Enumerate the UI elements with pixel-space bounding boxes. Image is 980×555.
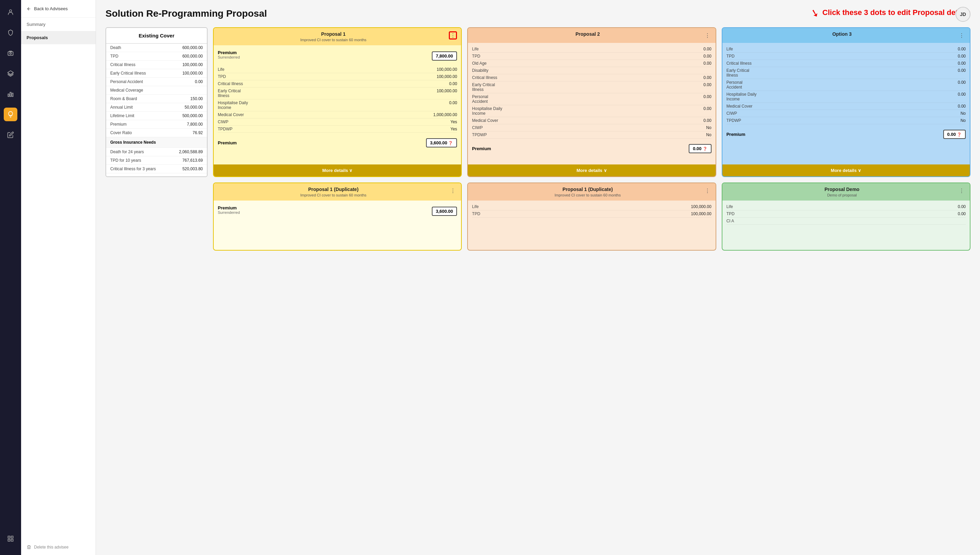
demo-tpd: TPD0.00	[726, 210, 966, 218]
dup2-subtitle: Improved CI cover to sustain 60 months	[472, 193, 703, 197]
svg-rect-7	[8, 536, 10, 538]
ec-row-tpd: TPD600,000.00	[106, 52, 207, 61]
demo-subtitle: Demo of proposal	[726, 193, 958, 197]
demo-menu-button[interactable]: ⋮	[958, 187, 966, 195]
option-3-bottom-premium: Premium 0.00	[726, 128, 966, 141]
delete-advisee-button[interactable]: Delete this advisee	[21, 539, 96, 555]
ec-row-cover-ratio: Cover Ratio76.92	[106, 129, 207, 137]
header-row: Solution Re-Programming Proposal ➘ Click…	[106, 8, 970, 19]
proposal-1-dup1-card: Proposal 1 (Duplicate) Improved CI cover…	[213, 183, 462, 250]
proposal-demo-card: Proposal Demo Demo of proposal ⋮ Life0.0…	[722, 183, 970, 250]
p1-tpd: TPD100,000.00	[218, 73, 457, 80]
proposal-1-more-details[interactable]: More details ∨	[214, 164, 461, 176]
option-3-more-details[interactable]: More details ∨	[723, 164, 970, 176]
ec-gross-death: Death for 24 years2,060,588.89	[106, 148, 207, 156]
ec-row-premium: Premium7,800.00	[106, 120, 207, 129]
sidebar-icon-edit[interactable]	[4, 128, 18, 142]
p2-hdi: Hospitalise DailyIncome0.00	[472, 105, 711, 117]
nav-proposals[interactable]: Proposals	[21, 31, 96, 44]
dup2-title: Proposal 1 (Duplicate)	[472, 187, 703, 192]
proposal-2-more-details[interactable]: More details ∨	[468, 164, 715, 176]
p1-life: Life100,000.00	[218, 66, 457, 73]
proposal-1-menu-button[interactable]: ⋮	[449, 31, 457, 40]
sidebar-icon-bulb[interactable]	[4, 107, 18, 121]
existing-cover-header: Existing Cover	[106, 28, 207, 43]
o3-life: Life0.00	[726, 46, 966, 53]
back-label: Back to Advisees	[34, 6, 68, 11]
proposal-2-bottom-premium: Premium 0.00	[472, 142, 711, 155]
proposal-2-menu-button[interactable]: ⋮	[703, 31, 711, 40]
sidebar-icon-layers[interactable]	[4, 67, 18, 80]
svg-rect-8	[11, 536, 13, 538]
option-3-menu-button[interactable]: ⋮	[958, 31, 966, 40]
nav-summary[interactable]: Summary	[21, 18, 96, 31]
ec-row-eci: Early Critical Illness100,000.00	[106, 69, 207, 78]
proposals-label: Proposals	[27, 35, 48, 40]
cards-grid-bottom: Proposal 1 (Duplicate) Improved CI cover…	[106, 183, 970, 250]
svg-rect-5	[10, 92, 11, 97]
proposal-1-body: Premium Surrenderred 7,800.00 Life100,00…	[214, 45, 461, 164]
dup2-life: Life100,000.00	[472, 203, 711, 210]
proposal-1-premium-value: 3,600.00	[426, 138, 457, 148]
back-button[interactable]: Back to Advisees	[21, 0, 96, 18]
proposal-2-body: Life0.00 TPD0.00 Old Age0.00 Disability …	[468, 43, 715, 164]
ec-row-rb: Room & Board150.00	[106, 95, 207, 103]
dup2-tpd: TPD100,000.00	[472, 210, 711, 218]
demo-cia: CI A	[726, 218, 966, 225]
p1-ci: Critical Illness0.00	[218, 80, 457, 88]
sidebar-icon-chart[interactable]	[4, 87, 18, 101]
o3-mc: Medical Cover0.00	[726, 103, 966, 110]
avatar[interactable]: JD	[956, 7, 970, 22]
p1-hdi: Hospitalise DailyIncome0.00	[218, 99, 457, 111]
p2-mc: Medical Cover0.00	[472, 117, 711, 124]
p2-tpd: TPD0.00	[472, 53, 711, 60]
nav-panel: Back to Advisees Summary Proposals Delet…	[21, 0, 96, 555]
svg-rect-9	[8, 539, 10, 541]
option-3-card: Option 3 ⋮ Life0.00 TPD0.00 Critical Ill…	[722, 27, 970, 177]
sidebar-icon-camera[interactable]	[4, 46, 18, 60]
proposal-2-header: Proposal 2 ⋮	[468, 28, 715, 43]
p2-pa: PersonalAccident0.00	[472, 93, 711, 105]
dup1-menu-button[interactable]: ⋮	[449, 187, 457, 195]
dup1-premium-row: Premium Surrenderred 3,600.00	[218, 203, 457, 219]
p2-life: Life0.00	[472, 46, 711, 53]
p1-eci: Early CriticalIllness100,000.00	[218, 88, 457, 99]
ec-row-mc-label: Medical Coverage	[106, 86, 207, 95]
proposal-1-title: Proposal 1	[218, 31, 449, 37]
ec-gross-ci: Critical Illness for 3 years520,003.80	[106, 165, 207, 173]
dup1-premium-value: 3,600.00	[432, 207, 457, 216]
p1-tpdwp: TPDWPYes	[218, 126, 457, 133]
delete-label: Delete this advisee	[34, 545, 69, 550]
proposal-2-card: Proposal 2 ⋮ Life0.00 TPD0.00 Old Age0.0…	[467, 27, 716, 177]
svg-point-0	[10, 10, 12, 12]
sidebar-icon-shield[interactable]	[4, 26, 18, 40]
ec-gross-header: Gross Insurance Needs	[106, 137, 207, 148]
o3-ciwp: CIWPNo	[726, 110, 966, 117]
demo-title: Proposal Demo	[726, 187, 958, 192]
option-3-header: Option 3 ⋮	[723, 28, 970, 43]
svg-rect-1	[8, 52, 13, 56]
main-content: JD Solution Re-Programming Proposal ➘ Cl…	[96, 0, 980, 555]
dup1-body: Premium Surrenderred 3,600.00	[214, 201, 461, 250]
o3-eci: Early CriticalIllness0.00	[726, 67, 966, 79]
proposal-2-premium-value: 0.00	[689, 144, 711, 153]
ec-gross-tpd: TPD for 10 years767,613.69	[106, 156, 207, 165]
dup1-subtitle: Improved CI cover to sustain 60 months	[218, 193, 449, 197]
p2-oldage: Old Age0.00	[472, 60, 711, 67]
dup2-menu-button[interactable]: ⋮	[703, 187, 711, 195]
svg-point-2	[10, 53, 11, 54]
cards-grid-top: Existing Cover Death600,000.00 TPD600,00…	[106, 27, 970, 177]
proposal-1-premium-surrendered: 7,800.00	[432, 51, 457, 61]
dup2-body: Life100,000.00 TPD100,000.00	[468, 201, 715, 250]
p2-eci: Early CriticalIllness0.00	[472, 81, 711, 93]
sidebar-icon-grid[interactable]	[4, 532, 18, 545]
option-3-title: Option 3	[726, 31, 958, 37]
dup1-header: Proposal 1 (Duplicate) Improved CI cover…	[214, 183, 461, 201]
p1-ciwp: CIWPYes	[218, 119, 457, 126]
proposal-2-title: Proposal 2	[472, 31, 703, 37]
p2-ciwp: CIWPNo	[472, 124, 711, 132]
proposal-1-premium-row: Premium Surrenderred 7,800.00	[218, 48, 457, 64]
existing-cover-card: Existing Cover Death600,000.00 TPD600,00…	[106, 27, 208, 177]
sidebar-icon-person[interactable]	[4, 5, 18, 19]
proposal-1-bottom-premium: Premium 3,600.00	[218, 136, 457, 149]
